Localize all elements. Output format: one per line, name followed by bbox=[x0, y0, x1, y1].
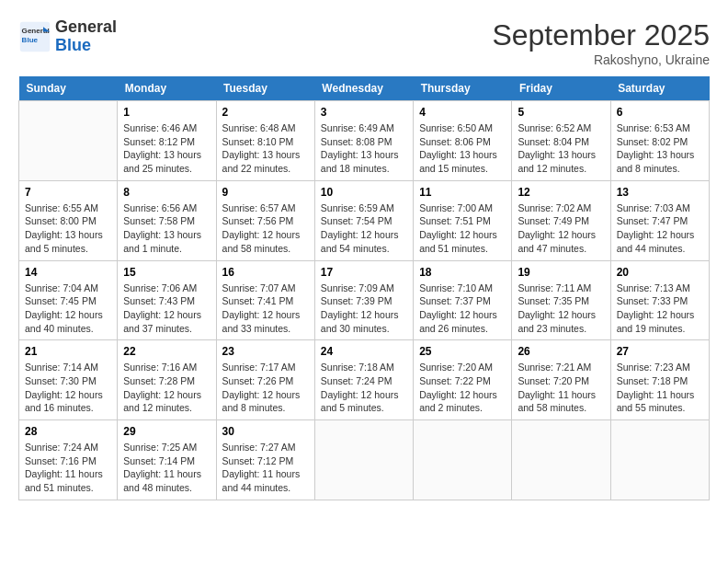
day-info: Sunrise: 7:04 AM Sunset: 7:45 PM Dayligh… bbox=[25, 282, 111, 336]
calendar-cell: 19Sunrise: 7:11 AM Sunset: 7:35 PM Dayli… bbox=[512, 260, 610, 340]
day-number: 20 bbox=[617, 266, 703, 279]
calendar-cell: 23Sunrise: 7:17 AM Sunset: 7:26 PM Dayli… bbox=[216, 340, 314, 420]
calendar-cell bbox=[19, 101, 118, 181]
day-info: Sunrise: 7:07 AM Sunset: 7:41 PM Dayligh… bbox=[222, 282, 309, 336]
day-info: Sunrise: 7:18 AM Sunset: 7:24 PM Dayligh… bbox=[321, 361, 407, 415]
logo-general-text: General bbox=[55, 17, 117, 36]
day-info: Sunrise: 7:25 AM Sunset: 7:14 PM Dayligh… bbox=[123, 441, 210, 495]
day-info: Sunrise: 7:09 AM Sunset: 7:39 PM Dayligh… bbox=[321, 282, 407, 336]
day-number: 3 bbox=[321, 106, 407, 119]
header-cell-friday: Friday bbox=[512, 76, 610, 101]
calendar-cell: 8Sunrise: 6:56 AM Sunset: 7:58 PM Daylig… bbox=[118, 180, 216, 260]
calendar-cell: 28Sunrise: 7:24 AM Sunset: 7:16 PM Dayli… bbox=[19, 420, 118, 500]
day-info: Sunrise: 7:03 AM Sunset: 7:47 PM Dayligh… bbox=[617, 201, 703, 256]
day-number: 29 bbox=[123, 425, 210, 438]
header-cell-tuesday: Tuesday bbox=[216, 76, 314, 101]
day-info: Sunrise: 7:23 AM Sunset: 7:18 PM Dayligh… bbox=[617, 361, 703, 415]
calendar-week-1: 1Sunrise: 6:46 AM Sunset: 8:12 PM Daylig… bbox=[19, 101, 710, 181]
day-info: Sunrise: 7:21 AM Sunset: 7:20 PM Dayligh… bbox=[518, 361, 604, 415]
calendar-cell bbox=[610, 420, 709, 500]
day-number: 14 bbox=[25, 266, 111, 279]
calendar-cell bbox=[314, 420, 413, 500]
day-number: 30 bbox=[222, 425, 309, 438]
logo-blue-text: Blue bbox=[55, 36, 91, 54]
calendar-cell: 25Sunrise: 7:20 AM Sunset: 7:22 PM Dayli… bbox=[414, 340, 512, 420]
day-info: Sunrise: 7:10 AM Sunset: 7:37 PM Dayligh… bbox=[419, 282, 506, 336]
calendar-cell: 7Sunrise: 6:55 AM Sunset: 8:00 PM Daylig… bbox=[19, 180, 118, 260]
calendar-cell: 20Sunrise: 7:13 AM Sunset: 7:33 PM Dayli… bbox=[610, 260, 709, 340]
day-number: 15 bbox=[123, 266, 210, 279]
page-header: General Blue General Blue September 2025… bbox=[18, 18, 710, 67]
day-info: Sunrise: 7:06 AM Sunset: 7:43 PM Dayligh… bbox=[123, 282, 210, 336]
day-number: 22 bbox=[123, 345, 210, 358]
header-cell-sunday: Sunday bbox=[19, 76, 118, 101]
day-info: Sunrise: 6:49 AM Sunset: 8:08 PM Dayligh… bbox=[321, 121, 407, 176]
calendar-cell bbox=[512, 420, 610, 500]
day-number: 9 bbox=[222, 186, 309, 199]
day-number: 16 bbox=[222, 266, 309, 279]
calendar-header: SundayMondayTuesdayWednesdayThursdayFrid… bbox=[19, 76, 710, 101]
header-cell-saturday: Saturday bbox=[610, 76, 709, 101]
day-info: Sunrise: 6:53 AM Sunset: 8:02 PM Dayligh… bbox=[617, 121, 703, 176]
calendar-cell: 1Sunrise: 6:46 AM Sunset: 8:12 PM Daylig… bbox=[118, 101, 216, 181]
header-cell-monday: Monday bbox=[118, 76, 216, 101]
calendar-week-3: 14Sunrise: 7:04 AM Sunset: 7:45 PM Dayli… bbox=[19, 260, 710, 340]
calendar-cell: 12Sunrise: 7:02 AM Sunset: 7:49 PM Dayli… bbox=[512, 180, 610, 260]
day-info: Sunrise: 7:00 AM Sunset: 7:51 PM Dayligh… bbox=[419, 201, 506, 256]
logo-icon: General Blue bbox=[18, 20, 51, 53]
day-info: Sunrise: 7:02 AM Sunset: 7:49 PM Dayligh… bbox=[518, 201, 604, 256]
day-info: Sunrise: 6:55 AM Sunset: 8:00 PM Dayligh… bbox=[25, 201, 111, 256]
day-number: 11 bbox=[419, 186, 506, 199]
day-number: 13 bbox=[617, 186, 703, 199]
calendar-cell: 5Sunrise: 6:52 AM Sunset: 8:04 PM Daylig… bbox=[512, 101, 610, 181]
day-number: 4 bbox=[419, 106, 506, 119]
day-number: 10 bbox=[321, 186, 407, 199]
calendar-week-5: 28Sunrise: 7:24 AM Sunset: 7:16 PM Dayli… bbox=[19, 420, 710, 500]
day-info: Sunrise: 7:14 AM Sunset: 7:30 PM Dayligh… bbox=[25, 361, 111, 415]
day-number: 2 bbox=[222, 106, 309, 119]
day-number: 28 bbox=[25, 425, 111, 438]
calendar-cell: 3Sunrise: 6:49 AM Sunset: 8:08 PM Daylig… bbox=[314, 101, 413, 181]
calendar-cell: 6Sunrise: 6:53 AM Sunset: 8:02 PM Daylig… bbox=[610, 101, 709, 181]
day-number: 5 bbox=[518, 106, 604, 119]
day-info: Sunrise: 6:50 AM Sunset: 8:06 PM Dayligh… bbox=[419, 121, 506, 176]
day-number: 7 bbox=[25, 186, 111, 199]
calendar-cell: 14Sunrise: 7:04 AM Sunset: 7:45 PM Dayli… bbox=[19, 260, 118, 340]
calendar-cell: 9Sunrise: 6:57 AM Sunset: 7:56 PM Daylig… bbox=[216, 180, 314, 260]
day-info: Sunrise: 6:52 AM Sunset: 8:04 PM Dayligh… bbox=[518, 121, 604, 176]
calendar-cell: 4Sunrise: 6:50 AM Sunset: 8:06 PM Daylig… bbox=[414, 101, 512, 181]
day-info: Sunrise: 6:48 AM Sunset: 8:10 PM Dayligh… bbox=[222, 121, 309, 176]
calendar-cell: 27Sunrise: 7:23 AM Sunset: 7:18 PM Dayli… bbox=[610, 340, 709, 420]
day-number: 24 bbox=[321, 345, 407, 358]
day-number: 25 bbox=[419, 345, 506, 358]
calendar-cell: 16Sunrise: 7:07 AM Sunset: 7:41 PM Dayli… bbox=[216, 260, 314, 340]
header-cell-thursday: Thursday bbox=[414, 76, 512, 101]
calendar-cell: 21Sunrise: 7:14 AM Sunset: 7:30 PM Dayli… bbox=[19, 340, 118, 420]
calendar-cell: 18Sunrise: 7:10 AM Sunset: 7:37 PM Dayli… bbox=[414, 260, 512, 340]
calendar-week-4: 21Sunrise: 7:14 AM Sunset: 7:30 PM Dayli… bbox=[19, 340, 710, 420]
title-block: September 2025 Rakoshyno, Ukraine bbox=[492, 18, 710, 67]
calendar-body: 1Sunrise: 6:46 AM Sunset: 8:12 PM Daylig… bbox=[19, 101, 710, 500]
calendar-cell: 17Sunrise: 7:09 AM Sunset: 7:39 PM Dayli… bbox=[314, 260, 413, 340]
day-info: Sunrise: 7:13 AM Sunset: 7:33 PM Dayligh… bbox=[617, 282, 703, 336]
calendar-cell: 13Sunrise: 7:03 AM Sunset: 7:47 PM Dayli… bbox=[610, 180, 709, 260]
day-info: Sunrise: 7:24 AM Sunset: 7:16 PM Dayligh… bbox=[25, 441, 111, 495]
day-info: Sunrise: 6:56 AM Sunset: 7:58 PM Dayligh… bbox=[123, 201, 210, 256]
calendar-cell: 15Sunrise: 7:06 AM Sunset: 7:43 PM Dayli… bbox=[118, 260, 216, 340]
header-cell-wednesday: Wednesday bbox=[314, 76, 413, 101]
day-info: Sunrise: 7:20 AM Sunset: 7:22 PM Dayligh… bbox=[419, 361, 506, 415]
calendar-cell: 10Sunrise: 6:59 AM Sunset: 7:54 PM Dayli… bbox=[314, 180, 413, 260]
day-info: Sunrise: 7:11 AM Sunset: 7:35 PM Dayligh… bbox=[518, 282, 604, 336]
day-number: 8 bbox=[123, 186, 210, 199]
calendar-cell: 26Sunrise: 7:21 AM Sunset: 7:20 PM Dayli… bbox=[512, 340, 610, 420]
day-number: 18 bbox=[419, 266, 506, 279]
day-info: Sunrise: 6:57 AM Sunset: 7:56 PM Dayligh… bbox=[222, 201, 309, 256]
calendar-cell: 2Sunrise: 6:48 AM Sunset: 8:10 PM Daylig… bbox=[216, 101, 314, 181]
day-info: Sunrise: 7:17 AM Sunset: 7:26 PM Dayligh… bbox=[222, 361, 309, 415]
day-number: 21 bbox=[25, 345, 111, 358]
calendar-cell bbox=[414, 420, 512, 500]
calendar-cell: 11Sunrise: 7:00 AM Sunset: 7:51 PM Dayli… bbox=[414, 180, 512, 260]
day-number: 23 bbox=[222, 345, 309, 358]
calendar-cell: 22Sunrise: 7:16 AM Sunset: 7:28 PM Dayli… bbox=[118, 340, 216, 420]
calendar-cell: 24Sunrise: 7:18 AM Sunset: 7:24 PM Dayli… bbox=[314, 340, 413, 420]
